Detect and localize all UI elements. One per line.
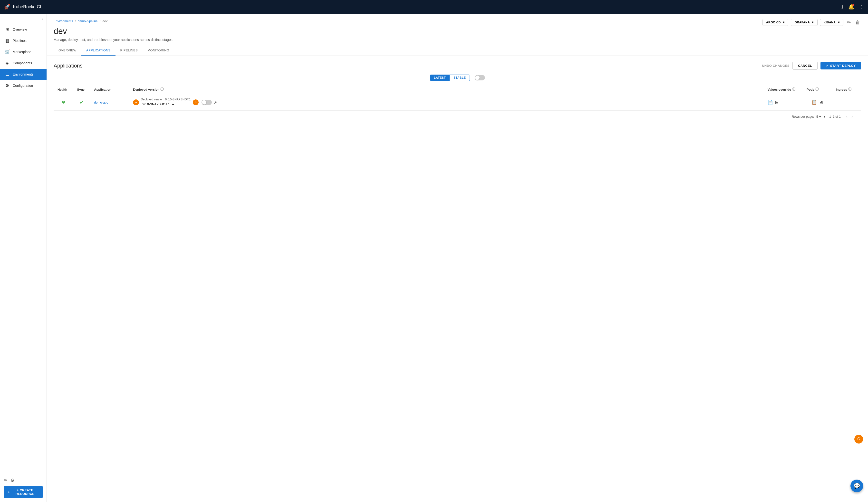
sidebar-item-label: Components (13, 61, 32, 65)
stable-filter-button[interactable]: STABLE (450, 75, 469, 81)
breadcrumb-environments[interactable]: Environments (54, 19, 73, 23)
sidebar-item-configuration[interactable]: ⚙ Configuration (0, 80, 46, 91)
sidebar-toggle[interactable]: ‹ (0, 14, 46, 24)
ingress-info-icon: ⓘ (848, 87, 851, 92)
sync-cell: ✔ (73, 94, 90, 111)
sidebar-item-marketplace[interactable]: 🛒 Marketplace (0, 46, 46, 58)
page-title: dev (54, 26, 67, 36)
deployed-version-cell: a Deployed version: 0.0.0-SNAPSHOT.1 0.0… (129, 94, 764, 111)
nav-actions: ℹ 🔔 ⋮ (841, 4, 864, 10)
sidebar-bottom: ✏ ⚙ + + CREATE RESOURCE (0, 474, 46, 502)
file-icon[interactable]: 📄 (768, 100, 773, 105)
toggle-knob (475, 75, 479, 80)
cancel-button[interactable]: CANCEL (793, 62, 818, 70)
sidebar-item-label: Marketplace (13, 50, 31, 54)
environments-icon: ☰ (5, 72, 10, 77)
badge-a: a (133, 100, 139, 105)
sidebar-item-overview[interactable]: ⊞ Overview (0, 24, 46, 35)
rows-per-page-label: Rows per page: (792, 115, 814, 119)
values-override-cell: 📄 ⊞ (764, 94, 803, 111)
app-name-cell: demo-app (90, 94, 129, 111)
page-nav: ‹ › (845, 114, 854, 120)
undo-changes-button[interactable]: UNDO CHANGES (762, 64, 789, 68)
sidebar-item-pipelines[interactable]: ▦ Pipelines (0, 35, 46, 46)
tabs: OVERVIEW APPLICATIONS PIPELINES MONITORI… (54, 45, 861, 55)
app-title: KubeRocketCI (13, 4, 41, 10)
app-link[interactable]: demo-app (94, 101, 108, 104)
chat-icon: 💬 (854, 483, 860, 489)
start-deploy-button[interactable]: ✓ START DEPLOY (820, 62, 861, 70)
th-application: Application (90, 85, 129, 94)
th-pods: Pods ⓘ (803, 85, 832, 94)
main-content: Environments / demo-pipeline / dev ARGO … (47, 14, 868, 502)
external-link-row-icon[interactable]: ↗ (214, 100, 217, 105)
th-ingress: Ingress ⓘ (832, 85, 861, 94)
version-select[interactable]: 0.0.0-SNAPSHOT.1 (141, 102, 175, 107)
values-icons: 📄 ⊞ (768, 100, 799, 105)
sidebar: ‹ ⊞ Overview ▦ Pipelines 🛒 Marketplace ◈… (0, 14, 47, 502)
th-health: Health (54, 85, 73, 94)
breadcrumb-pipeline[interactable]: demo-pipeline (78, 19, 98, 23)
rows-per-page-select[interactable]: 5 (815, 114, 822, 119)
pod-list-icon[interactable]: 📋 (812, 100, 817, 105)
chat-fab-button[interactable]: 💬 (850, 480, 863, 492)
sidebar-item-components[interactable]: ◈ Components (0, 58, 46, 69)
page-description: Manage, deploy, test, and troubleshoot y… (54, 38, 861, 42)
sidebar-item-environments[interactable]: ☰ Environments (0, 69, 46, 80)
kibana-button[interactable]: KIBANA ↗ (820, 19, 844, 26)
next-page-button[interactable]: › (850, 114, 854, 120)
dropdown-icon: ▾ (824, 115, 825, 119)
external-link-icon: ↗ (811, 21, 814, 24)
health-heart-icon: ❤ (61, 100, 65, 105)
table-header: Health Sync Application Deployed version… (54, 85, 861, 94)
table-body: ❤ ✔ demo-app a Deployed vers (54, 94, 861, 111)
sidebar-item-label: Environments (13, 72, 34, 76)
pipelines-icon: ▦ (5, 38, 10, 43)
pod-monitor-icon[interactable]: 🖥 (819, 100, 823, 105)
section-title: Applications (54, 63, 83, 69)
more-menu-icon[interactable]: ⋮ (859, 4, 864, 10)
plus-icon: + (8, 490, 10, 494)
tab-monitoring[interactable]: MONITORING (143, 45, 174, 55)
version-btn-group: LATEST STABLE (430, 74, 470, 81)
breadcrumb-sep-2: / (100, 19, 101, 23)
table-row: ❤ ✔ demo-app a Deployed vers (54, 94, 861, 111)
section-content: Applications UNDO CHANGES CANCEL ✓ START… (47, 56, 868, 502)
notification-wrapper: 🔔 (848, 4, 854, 10)
delete-page-button[interactable]: 🗑 (854, 19, 861, 26)
nav-brand: 🚀 KubeRocketCI (4, 4, 41, 10)
sync-check-icon: ✔ (80, 100, 84, 105)
overview-icon: ⊞ (5, 27, 10, 32)
create-resource-button[interactable]: + + CREATE RESOURCE (4, 486, 43, 498)
values-override-info-icon: ⓘ (792, 87, 795, 92)
sidebar-item-label: Overview (13, 28, 27, 31)
row-toggle[interactable] (202, 100, 212, 105)
info-icon[interactable]: ℹ (841, 4, 844, 10)
pods-icons: 📋 🖥 (807, 100, 828, 105)
notification-dot (852, 4, 854, 6)
top-nav: 🚀 KubeRocketCI ℹ 🔔 ⋮ (0, 0, 868, 14)
page-info: 1–1 of 1 (829, 115, 841, 119)
collapse-icon: ‹ (41, 17, 43, 21)
pods-cell: 📋 🖥 (803, 94, 832, 111)
sidebar-item-label: Pipelines (13, 39, 27, 43)
table-icon[interactable]: ⊞ (775, 100, 778, 105)
external-link-icon: ↗ (837, 21, 840, 24)
breadcrumb-sep-1: / (75, 19, 76, 23)
grafana-button[interactable]: GRAFANA ↗ (791, 19, 817, 26)
version-toggle[interactable] (475, 75, 485, 80)
th-sync: Sync (73, 85, 90, 94)
pagination: Rows per page: 5 ▾ 1–1 of 1 ‹ › (54, 111, 861, 123)
tab-applications[interactable]: APPLICATIONS (81, 45, 115, 55)
version-tooltip: Deployed version: 0.0.0-SNAPSHOT.1 (141, 98, 191, 101)
settings-icon[interactable]: ⚙ (10, 478, 14, 483)
latest-filter-button[interactable]: LATEST (430, 75, 450, 81)
applications-table: Health Sync Application Deployed version… (54, 85, 861, 111)
argo-cd-button[interactable]: ARGO CD ↗ (763, 19, 788, 26)
tab-pipelines[interactable]: PIPELINES (115, 45, 143, 55)
breadcrumb-current: dev (102, 19, 107, 23)
edit-icon[interactable]: ✏ (4, 478, 8, 483)
edit-page-button[interactable]: ✏ (846, 19, 852, 26)
tab-overview[interactable]: OVERVIEW (54, 45, 81, 55)
prev-page-button[interactable]: ‹ (845, 114, 849, 120)
